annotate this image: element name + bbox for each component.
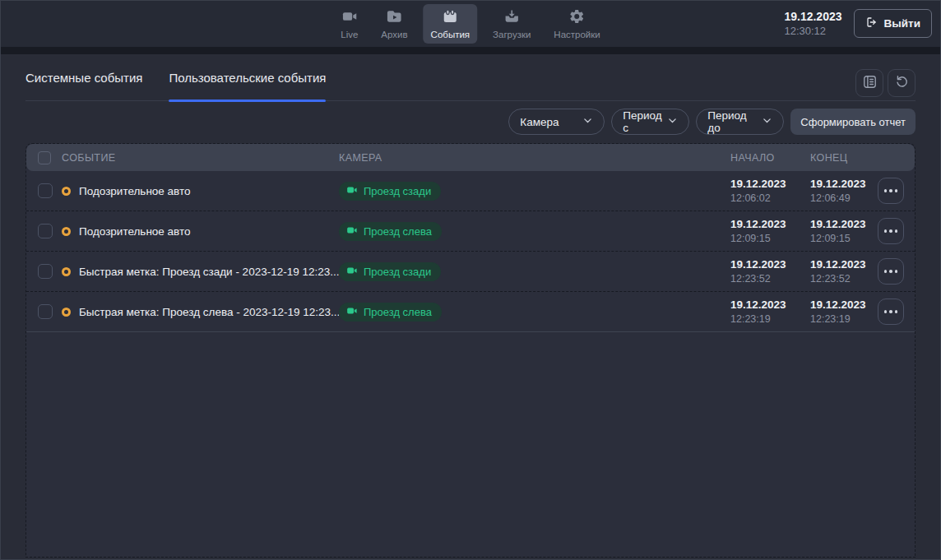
start-date: 19.12.2023 [730, 298, 810, 312]
row-checkbox[interactable] [38, 183, 53, 198]
current-date: 19.12.2023 [784, 9, 841, 24]
report-journal-icon [862, 74, 878, 92]
camera-name: Проезд сзади [364, 185, 431, 197]
topbar-divider [1, 47, 940, 54]
nav-label: Архив [381, 30, 407, 39]
tab-label: Пользовательские события [169, 71, 326, 85]
nav-label: Загрузки [493, 30, 531, 39]
end-time: 12:23:52 [810, 272, 874, 285]
row-actions-button[interactable] [878, 299, 904, 325]
camera-name: Проезд слева [364, 225, 432, 238]
orange-ring-icon [62, 227, 71, 236]
video-camera-icon [346, 305, 358, 319]
camera-badge: Проезд сзади [339, 262, 441, 281]
event-name: Быстрая метка: Проезд слева - 2023-12-19… [79, 306, 339, 318]
tab-system-events[interactable]: Системные события [25, 54, 142, 100]
end-time: 12:06:49 [810, 192, 874, 205]
start-date: 19.12.2023 [730, 257, 810, 272]
end-date: 19.12.2023 [810, 257, 874, 272]
camera-badge: Проезд слева [339, 222, 442, 241]
end-time: 12:09:15 [810, 232, 874, 245]
generate-report-button[interactable]: Сформировать отчет [790, 109, 916, 135]
event-name: Быстрая метка: Проезд сзади - 2023-12-19… [79, 266, 339, 278]
video-camera-icon [341, 8, 358, 26]
start-time: 12:23:19 [730, 312, 810, 326]
tab-actions [855, 69, 916, 97]
start-date: 19.12.2023 [730, 217, 810, 232]
topbar: Live Архив События Загрузки [1, 1, 940, 47]
logout-icon [865, 16, 878, 31]
events-table: СОБЫТИЕ КАМЕРА НАЧАЛО КОНЕЦ Подозрительн… [25, 143, 916, 558]
main-nav: Live Архив События Загрузки [333, 1, 608, 47]
camera-badge: Проезд сзади [339, 182, 441, 201]
column-header-event: СОБЫТИЕ [62, 152, 339, 164]
chevron-down-icon [762, 115, 772, 128]
app-window: Live Архив События Загрузки [0, 0, 941, 560]
nav-label: События [431, 30, 470, 39]
archive-folder-icon [386, 8, 402, 26]
filter-label: Период до [707, 109, 762, 134]
downloads-icon [503, 8, 520, 26]
current-time: 12:30:12 [784, 25, 841, 39]
filterbar: Камера Период с Период до Сформировать о… [25, 109, 916, 135]
row-actions-button[interactable] [878, 178, 904, 204]
column-header-end: КОНЕЦ [810, 152, 874, 164]
table-row: Подозрительное авто Проезд сзади 19.12.2… [26, 171, 915, 211]
report-journal-button[interactable] [855, 69, 883, 97]
chevron-down-icon [582, 115, 593, 128]
camera-name: Проезд сзади [364, 266, 431, 278]
row-actions-button[interactable] [878, 218, 904, 244]
column-header-camera: КАМЕРА [339, 152, 730, 164]
table-row: Быстрая метка: Проезд слева - 2023-12-19… [26, 292, 915, 332]
nav-label: Настройки [554, 30, 600, 39]
filter-period-from-dropdown[interactable]: Период с [611, 109, 689, 135]
logout-button[interactable]: Выйти [854, 9, 933, 38]
nav-item-events[interactable]: События [424, 4, 477, 44]
filter-camera-dropdown[interactable]: Камера [508, 109, 605, 135]
event-name: Подозрительное авто [79, 185, 191, 197]
table-row: Подозрительное авто Проезд слева 19.12.2… [26, 211, 915, 252]
end-date: 19.12.2023 [810, 217, 874, 232]
column-header-start: НАЧАЛО [730, 152, 810, 164]
tab-user-events[interactable]: Пользовательские события [169, 54, 326, 100]
end-date: 19.12.2023 [810, 298, 874, 312]
content: Системные события Пользовательские событ… [1, 54, 940, 559]
tab-label: Системные события [25, 71, 142, 85]
datetime: 19.12.2023 12:30:12 [784, 9, 841, 38]
row-checkbox[interactable] [38, 264, 53, 279]
camera-name: Проезд слева [364, 306, 432, 318]
event-name: Подозрительное авто [79, 225, 191, 238]
start-date: 19.12.2023 [730, 177, 810, 192]
start-time: 12:06:02 [730, 192, 810, 205]
start-time: 12:09:15 [730, 232, 810, 245]
chevron-down-icon [667, 115, 678, 128]
row-checkbox[interactable] [38, 304, 53, 319]
end-date: 19.12.2023 [810, 177, 874, 192]
row-checkbox[interactable] [38, 224, 53, 238]
nav-item-live[interactable]: Live [333, 4, 365, 44]
refresh-button[interactable] [888, 69, 916, 97]
camera-badge: Проезд слева [339, 303, 442, 322]
start-time: 12:23:52 [730, 272, 810, 285]
filter-label: Период с [623, 109, 667, 134]
nav-item-downloads[interactable]: Загрузки [485, 4, 538, 44]
refresh-icon [894, 74, 910, 92]
select-all-checkbox[interactable] [38, 151, 51, 164]
table-empty-area [26, 332, 915, 557]
row-actions-button[interactable] [878, 258, 904, 285]
orange-ring-icon [62, 308, 71, 317]
video-camera-icon [346, 265, 358, 279]
orange-ring-icon [62, 267, 71, 276]
filter-label: Камера [520, 116, 559, 128]
nav-item-archive[interactable]: Архив [373, 4, 415, 44]
tabbar: Системные события Пользовательские событ… [25, 54, 916, 101]
nav-label: Live [341, 30, 358, 39]
nav-item-settings[interactable]: Настройки [546, 4, 607, 44]
topbar-right: 19.12.2023 12:30:12 Выйти [784, 9, 940, 38]
logout-label: Выйти [884, 17, 921, 30]
orange-ring-icon [62, 187, 71, 196]
end-time: 12:23:19 [810, 312, 874, 326]
filter-period-to-dropdown[interactable]: Период до [696, 109, 784, 135]
table-header: СОБЫТИЕ КАМЕРА НАЧАЛО КОНЕЦ [26, 144, 915, 171]
video-camera-icon [346, 184, 358, 198]
